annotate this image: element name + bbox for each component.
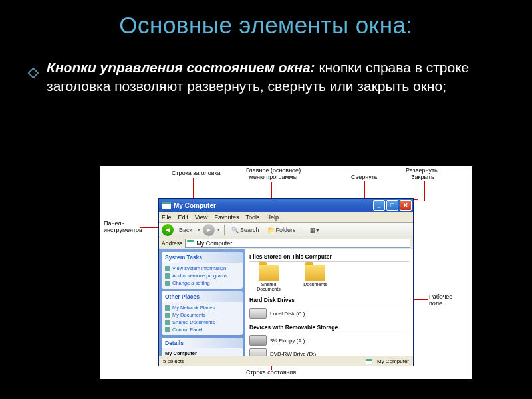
callout-close: Закрыть xyxy=(411,174,434,181)
section-removable: Devices with Removable Storage xyxy=(249,324,409,332)
callout-titlebar: Строка заголовка xyxy=(172,170,221,177)
computer-icon xyxy=(162,202,171,209)
link-shared[interactable]: Shared Documents xyxy=(165,319,239,326)
content-area: System Tasks View system information Add… xyxy=(159,249,413,356)
toolbar: ◄ Back ▾ ► ▾ 🔍 Search 📁 Folders ▦▾ xyxy=(159,223,413,237)
folder-icon xyxy=(259,265,279,281)
section-files: Files Stored on This Computer xyxy=(249,253,409,262)
folder-icon xyxy=(165,313,170,318)
panel-other-places: Other Places My Network Places My Docume… xyxy=(162,291,243,335)
folder-docs[interactable]: Documents xyxy=(296,265,334,291)
menubar: File Edit View Favorites Tools Help xyxy=(159,212,413,223)
info-icon xyxy=(165,266,170,271)
control-icon xyxy=(165,327,170,332)
folder-shared[interactable]: Shared Documents xyxy=(249,265,288,291)
link-sysinfo[interactable]: View system information xyxy=(165,265,239,272)
close-button[interactable]: ✕ xyxy=(400,200,412,211)
computer-icon xyxy=(187,240,194,246)
xp-window: My Computer _ □ ✕ File Edit View Favorit… xyxy=(158,198,414,366)
network-icon xyxy=(165,305,170,311)
folders-button[interactable]: 📁 Folders xyxy=(265,226,299,234)
address-input[interactable]: My Computer xyxy=(185,239,410,248)
minimize-button[interactable]: _ xyxy=(373,200,385,211)
menu-tools[interactable]: Tools xyxy=(245,214,259,221)
link-settings[interactable]: Change a setting xyxy=(165,279,239,287)
callout-statusbar: Строка состояния xyxy=(246,370,296,376)
callout-mainmenu: Главное (основное) меню программы xyxy=(246,168,301,181)
body-text: Кнопки управления состоянием окна: кнопк… xyxy=(0,39,532,96)
settings-icon xyxy=(165,281,170,286)
line xyxy=(418,173,418,200)
programs-icon xyxy=(165,273,170,279)
dvd-icon xyxy=(249,348,267,356)
callout-toolbar: Панель инструментов xyxy=(104,221,142,234)
link-cpanel[interactable]: Control Panel xyxy=(165,326,239,333)
drive-c[interactable]: Local Disk (C:) xyxy=(249,308,305,319)
folder-icon xyxy=(305,265,325,281)
window-title: My Computer xyxy=(174,202,373,209)
main-pane: Files Stored on This Computer Shared Doc… xyxy=(245,249,413,356)
menu-edit[interactable]: Edit xyxy=(178,214,189,221)
menu-help[interactable]: Help xyxy=(266,214,279,221)
callout-minimize: Свернуть xyxy=(351,174,377,181)
status-left: 5 objects xyxy=(163,358,184,364)
lead-text: Кнопки управления состоянием окна: xyxy=(47,60,315,75)
menu-file[interactable]: File xyxy=(162,214,172,221)
panel-details: Details My Computer System Folder xyxy=(162,338,243,356)
drive-floppy[interactable]: 3½ Floppy (A:) xyxy=(249,335,409,346)
link-network[interactable]: My Network Places xyxy=(165,304,239,311)
callout-workarea: Рабочее поле xyxy=(429,294,452,307)
hdd-icon xyxy=(249,308,267,319)
statusbar: 5 objects My Computer xyxy=(159,356,413,366)
panel-system-tasks: System Tasks View system information Add… xyxy=(162,252,243,289)
folder-icon xyxy=(165,320,170,325)
menu-view[interactable]: View xyxy=(195,214,207,221)
titlebar[interactable]: My Computer _ □ ✕ xyxy=(159,199,413,212)
floppy-icon xyxy=(249,335,267,346)
maximize-button[interactable]: □ xyxy=(386,200,398,211)
line xyxy=(193,178,194,198)
slide: Основные элементы окна: Кнопки управлени… xyxy=(0,0,532,399)
line xyxy=(424,181,425,201)
status-right: My Computer xyxy=(366,358,409,364)
section-hdd: Hard Disk Drives xyxy=(249,297,409,305)
address-label: Address xyxy=(162,240,182,247)
link-addremove[interactable]: Add or remove programs xyxy=(165,272,239,279)
slide-title: Основные элементы окна: xyxy=(0,0,532,39)
back-label: Back xyxy=(176,226,195,234)
views-button[interactable]: ▦▾ xyxy=(307,226,322,234)
menu-favorites[interactable]: Favorites xyxy=(214,214,239,221)
computer-icon xyxy=(366,359,372,364)
forward-button[interactable]: ► xyxy=(203,224,215,236)
diagram: Строка заголовка Главное (основное) меню… xyxy=(100,166,472,379)
search-button[interactable]: 🔍 Search xyxy=(229,226,262,234)
line xyxy=(364,181,365,200)
line xyxy=(140,227,158,228)
addressbar: Address My Computer xyxy=(159,237,413,249)
link-mydocs[interactable]: My Documents xyxy=(165,311,239,319)
sidebar: System Tasks View system information Add… xyxy=(159,249,245,356)
drive-dvd[interactable]: DVD-RW Drive (D:) xyxy=(249,348,409,356)
back-button[interactable]: ◄ xyxy=(162,224,174,236)
line xyxy=(414,299,428,300)
